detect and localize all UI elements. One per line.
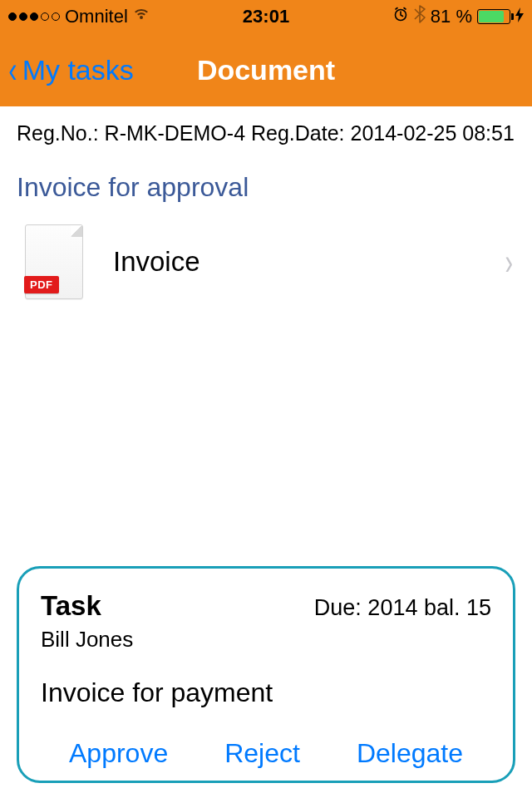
battery-icon: [477, 9, 510, 24]
task-description: Invoice for payment: [41, 677, 491, 708]
status-bar: Omnitel 23:01 81 %: [0, 0, 532, 33]
task-assignee: Bill Jones: [41, 627, 491, 653]
task-actions: Approve Reject Delegate: [41, 738, 491, 769]
chevron-left-icon: ‹: [8, 52, 17, 88]
task-card: Task Due: 2014 bal. 15 Bill Jones Invoic…: [17, 566, 515, 783]
file-name: Invoice: [113, 246, 473, 278]
page-title: Document: [197, 54, 335, 86]
signal-strength-icon: [8, 12, 60, 21]
task-due: Due: 2014 bal. 15: [314, 595, 491, 621]
clock: 23:01: [243, 6, 289, 27]
bluetooth-icon: [414, 5, 426, 28]
pdf-file-icon: PDF: [25, 224, 83, 299]
nav-bar: ‹ My tasks Document: [0, 33, 532, 106]
chevron-right-icon: ›: [505, 241, 514, 283]
charging-icon: [515, 7, 524, 27]
approve-button[interactable]: Approve: [69, 738, 168, 769]
file-row[interactable]: PDF Invoice ›: [0, 224, 532, 299]
wifi-icon: [133, 7, 150, 25]
pdf-badge: PDF: [24, 276, 59, 293]
delegate-button[interactable]: Delegate: [357, 738, 463, 769]
alarm-icon: [392, 6, 409, 27]
task-heading: Task: [41, 590, 101, 622]
status-left: Omnitel: [8, 6, 243, 27]
back-button[interactable]: ‹ My tasks: [0, 52, 134, 88]
status-right: 81 %: [289, 5, 524, 28]
battery-percent: 81 %: [431, 6, 472, 27]
reject-button[interactable]: Reject: [224, 738, 300, 769]
content: Reg.No.: R-MK-DEMO-4 Reg.Date: 2014-02-2…: [0, 106, 532, 299]
registration-info: Reg.No.: R-MK-DEMO-4 Reg.Date: 2014-02-2…: [0, 121, 532, 160]
back-label: My tasks: [22, 54, 134, 86]
carrier-label: Omnitel: [65, 6, 128, 27]
section-title: Invoice for approval: [0, 160, 532, 224]
